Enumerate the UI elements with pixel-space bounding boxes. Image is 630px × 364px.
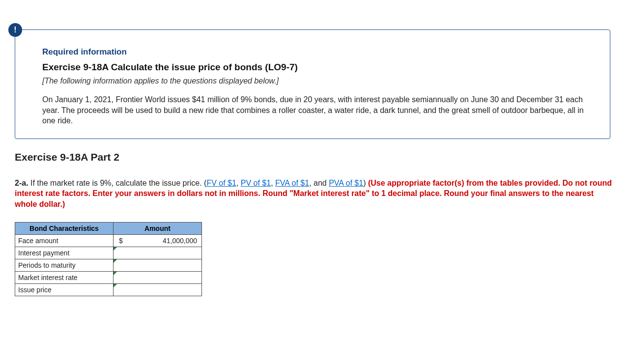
table-row: Interest payment: [15, 247, 202, 259]
row-label-market-rate: Market interest rate: [15, 271, 114, 283]
question-body-prefix: If the market rate is 9%, calculate the …: [29, 179, 207, 187]
link-pva[interactable]: PVA of $1: [329, 179, 363, 187]
input-issue-price[interactable]: [114, 283, 202, 296]
link-fva[interactable]: FVA of $1: [275, 179, 309, 187]
input-face-amount[interactable]: $ 41,000,000: [114, 234, 202, 247]
question-label: 2-a.: [15, 179, 29, 187]
value-face-amount: 41,000,000: [123, 237, 199, 245]
table-row: Issue price: [15, 283, 202, 296]
bond-table: Bond Characteristics Amount Face amount …: [15, 222, 202, 296]
question-text: 2-a. If the market rate is 9%, calculate…: [15, 178, 615, 210]
exercise-body: On January 1, 2021, Frontier World issue…: [42, 94, 588, 126]
link-pv[interactable]: PV of $1: [241, 179, 271, 187]
row-label-periods: Periods to maturity: [15, 259, 114, 271]
link-fv[interactable]: FV of $1: [206, 179, 236, 187]
alert-icon: !: [8, 23, 22, 37]
row-label-issue-price: Issue price: [15, 283, 114, 296]
required-info-box: ! Required information Exercise 9-18A Ca…: [15, 29, 610, 139]
edit-indicator-icon: [114, 284, 117, 287]
table-header-amount: Amount: [114, 222, 202, 234]
table-header-characteristics: Bond Characteristics: [15, 222, 114, 234]
required-info-label: Required information: [42, 47, 588, 57]
currency-symbol: $: [116, 237, 123, 245]
edit-indicator-icon: [114, 259, 117, 263]
row-label-face-amount: Face amount: [15, 234, 114, 247]
edit-indicator-icon: [114, 272, 117, 275]
input-periods[interactable]: [114, 259, 202, 271]
exercise-title: Exercise 9-18A Calculate the issue price…: [42, 62, 588, 73]
row-label-interest-payment: Interest payment: [15, 247, 114, 259]
input-interest-payment[interactable]: [114, 247, 202, 259]
table-row: Face amount $ 41,000,000: [15, 234, 202, 247]
input-market-rate[interactable]: [114, 271, 202, 283]
part-title: Exercise 9-18A Part 2: [15, 151, 620, 163]
edit-indicator-icon: [114, 247, 117, 251]
exercise-subtitle: [The following information applies to th…: [42, 77, 588, 85]
table-row: Market interest rate: [15, 271, 202, 283]
table-row: Periods to maturity: [15, 259, 202, 271]
